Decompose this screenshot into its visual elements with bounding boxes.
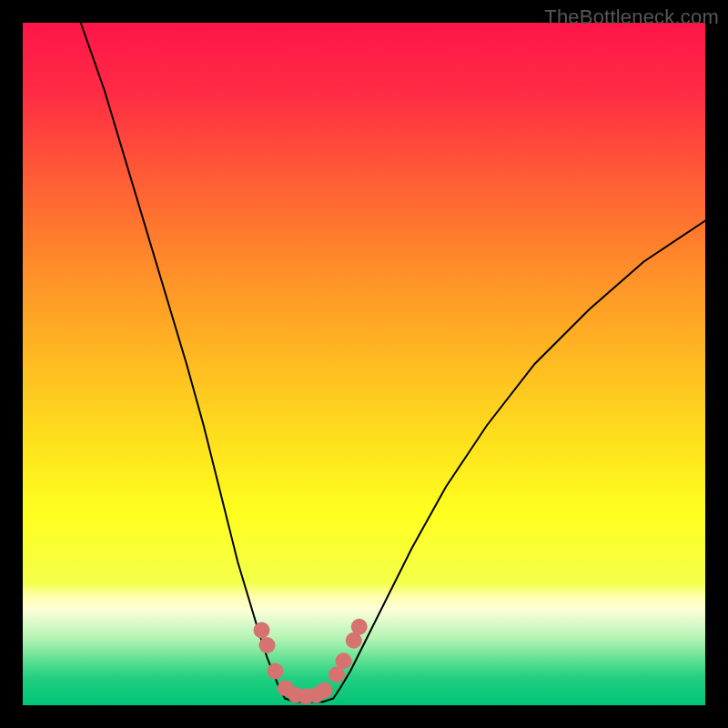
- data-marker: [336, 652, 352, 669]
- data-marker: [254, 622, 270, 639]
- plot-area: [23, 23, 705, 705]
- chart-frame: TheBottleneck.com: [0, 0, 728, 728]
- data-marker: [317, 682, 333, 699]
- data-marker: [351, 619, 368, 635]
- watermark-text: TheBottleneck.com: [544, 5, 719, 29]
- data-marker: [259, 637, 276, 653]
- data-marker: [268, 663, 284, 680]
- markers-layer: [23, 23, 705, 705]
